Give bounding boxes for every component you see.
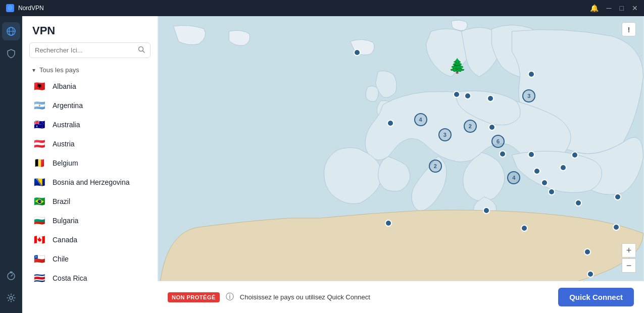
search-icon (138, 46, 145, 55)
map-cluster-marker[interactable]: 6 (491, 135, 505, 148)
country-name: Chile (53, 255, 69, 263)
map-info-button[interactable]: ! (622, 22, 636, 36)
country-flag: 🇧🇬 (32, 216, 46, 226)
maximize-button[interactable]: □ (620, 5, 624, 12)
map-bottom-bar: NON PROTÉGÉ ⓘ Choisissez le pays ou util… (158, 281, 644, 313)
titlebar: NordVPN 🔔 ─ □ ✕ (0, 0, 644, 16)
sidebar-item-vpn[interactable] (2, 22, 20, 40)
panel-title: VPN (22, 16, 158, 42)
country-name: Bulgaria (53, 217, 78, 225)
map-dot-marker[interactable] (354, 49, 361, 56)
country-flag: 🇦🇷 (32, 100, 46, 111)
map-zoom-controls: + − (622, 243, 636, 273)
map-cluster-marker[interactable]: 2 (429, 160, 442, 173)
country-flag: 🇦🇱 (32, 81, 46, 91)
country-name: Austria (53, 140, 75, 148)
country-panel: VPN ▾ Tous les pays 🇦🇱 Albania 🇦🇷 Argent… (22, 16, 158, 313)
titlebar-left: NordVPN (6, 4, 44, 12)
close-button[interactable]: ✕ (632, 5, 638, 12)
map-dot-marker[interactable] (387, 120, 394, 127)
map-dot-marker[interactable] (521, 225, 528, 232)
map-dot-marker[interactable] (528, 151, 535, 158)
titlebar-controls: 🔔 ─ □ ✕ (590, 5, 638, 12)
country-item[interactable]: 🇧🇪 Belgium (22, 153, 158, 173)
zoom-out-button[interactable]: − (622, 258, 636, 273)
map-dot-marker[interactable] (499, 150, 506, 158)
country-item[interactable]: 🇧🇷 Brazil (22, 192, 158, 211)
map-dot-marker[interactable] (533, 168, 540, 175)
all-countries-label: Tous les pays (39, 66, 79, 74)
map-dot-marker[interactable] (548, 188, 555, 195)
country-item[interactable]: 🇨🇦 Canada (22, 230, 158, 249)
svg-line-9 (143, 51, 145, 53)
country-flag: 🇨🇱 (32, 254, 46, 264)
country-flag: 🇦🇺 (32, 120, 46, 130)
country-name: Albania (53, 82, 76, 90)
map-dot-marker[interactable] (528, 71, 535, 78)
map-svg (158, 16, 644, 313)
svg-line-5 (11, 275, 13, 276)
country-name: Australia (53, 121, 80, 129)
app-title: NordVPN (18, 5, 44, 12)
status-text: Choisissez le pays ou utilisez Quick Con… (240, 293, 552, 301)
minimize-button[interactable]: ─ (607, 5, 612, 12)
info-icon[interactable]: ⓘ (226, 292, 234, 302)
country-name: Costa Rica (53, 274, 87, 282)
map-cluster-marker[interactable]: 3 (522, 89, 535, 102)
map-dot-marker[interactable] (560, 164, 567, 171)
country-flag: 🇧🇪 (32, 158, 46, 168)
sidebar-item-timer[interactable] (2, 267, 20, 285)
sidebar-item-settings[interactable] (2, 289, 20, 307)
map-dot-marker[interactable] (614, 193, 621, 200)
map-dot-marker[interactable] (541, 179, 548, 186)
map-dot-marker[interactable] (575, 199, 582, 206)
country-list: 🇦🇱 Albania 🇦🇷 Argentina 🇦🇺 Australia 🇦🇹 … (22, 77, 158, 313)
country-item[interactable]: 🇧🇦 Bosnia and Herzegovina (22, 173, 158, 192)
country-flag: 🇨🇷 (32, 273, 46, 283)
zoom-in-button[interactable]: + (622, 243, 636, 257)
map-dot-marker[interactable] (483, 207, 490, 214)
sidebar-icons-bottom (2, 267, 20, 307)
country-flag: 🇧🇦 (32, 177, 46, 187)
sidebar-item-shield[interactable] (2, 44, 20, 63)
map-cluster-marker[interactable]: 4 (414, 113, 427, 126)
quick-connect-button[interactable]: Quick Connect (558, 288, 634, 306)
chevron-down-icon: ▾ (32, 67, 35, 74)
country-item[interactable]: 🇦🇷 Argentina (22, 96, 158, 115)
country-name: Canada (53, 236, 77, 244)
app-logo (6, 4, 14, 12)
map-tree: 🌲 (449, 58, 466, 74)
country-item[interactable]: 🇨🇱 Chile (22, 249, 158, 269)
search-bar (29, 42, 151, 58)
map-cluster-marker[interactable]: 4 (507, 171, 520, 184)
country-flag: 🇨🇦 (32, 235, 46, 245)
country-flag: 🇦🇹 (32, 139, 46, 149)
map-dot-marker[interactable] (453, 91, 460, 98)
map-dot-marker[interactable] (385, 220, 392, 227)
map-cluster-marker[interactable]: 2 (464, 120, 477, 133)
notification-button[interactable]: 🔔 (590, 5, 599, 12)
map-dot-marker[interactable] (487, 95, 494, 102)
sidebar-icons (0, 16, 22, 313)
country-name: Brazil (53, 197, 70, 205)
map-cluster-marker[interactable]: 3 (438, 128, 452, 141)
map-dot-marker[interactable] (584, 248, 591, 255)
search-input[interactable] (35, 46, 134, 54)
map-area: 4326423 🌲 ! + − NON PROTÉGÉ ⓘ Choisissez… (158, 16, 644, 313)
status-badge: NON PROTÉGÉ (168, 292, 220, 302)
map-dot-marker[interactable] (571, 151, 578, 159)
svg-point-7 (10, 296, 13, 299)
map-dot-marker[interactable] (587, 271, 594, 278)
map-dot-marker[interactable] (464, 92, 471, 99)
country-item[interactable]: 🇦🇹 Austria (22, 134, 158, 153)
map-dot-marker[interactable] (613, 224, 620, 231)
all-countries-toggle[interactable]: ▾ Tous les pays (22, 63, 158, 77)
map-dot-marker[interactable] (488, 124, 496, 131)
country-item[interactable]: 🇧🇬 Bulgaria (22, 211, 158, 230)
country-item[interactable]: 🇨🇷 Costa Rica (22, 269, 158, 288)
country-name: Bosnia and Herzegovina (53, 178, 130, 186)
country-flag: 🇧🇷 (32, 196, 46, 206)
country-name: Argentina (53, 101, 83, 110)
country-item[interactable]: 🇦🇺 Australia (22, 115, 158, 134)
country-item[interactable]: 🇦🇱 Albania (22, 77, 158, 96)
